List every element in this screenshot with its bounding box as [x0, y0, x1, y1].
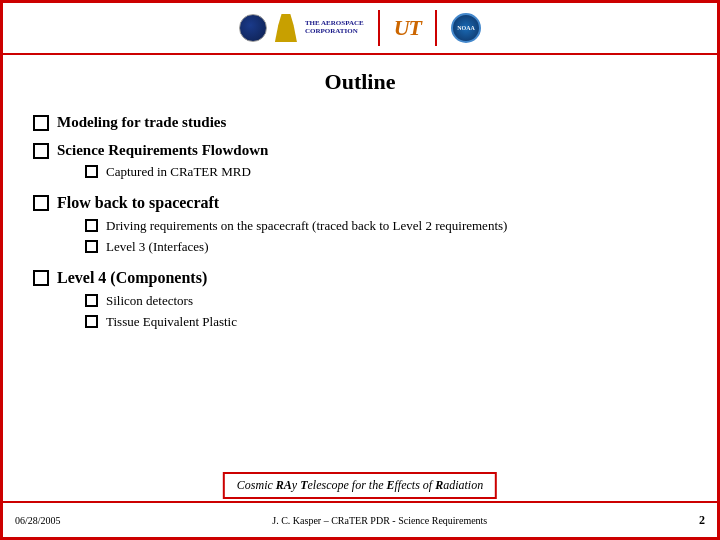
slide: THE AEROSPACE CORPORATION UT NOAA Outlin… — [0, 0, 720, 540]
sub-item-label: Silicon detectors — [106, 293, 193, 309]
slide-content: Outline Modeling for trade studies Scien… — [3, 55, 717, 353]
aerospace-text: THE AEROSPACE CORPORATION — [305, 20, 364, 35]
list-item: Science Requirements Flowdown Captured i… — [33, 141, 687, 186]
slide-header: THE AEROSPACE CORPORATION UT NOAA — [3, 3, 717, 55]
aerospace-figure-icon — [275, 14, 297, 42]
bullet-icon — [33, 115, 49, 131]
bullet-icon — [33, 143, 49, 159]
item-label: Level 4 (Components) — [57, 269, 207, 286]
slide-footer: 06/28/2005 J. C. Kasper – CRaTER PDR - S… — [3, 501, 717, 537]
logo-area: THE AEROSPACE CORPORATION UT NOAA — [239, 10, 481, 46]
outline-list: Modeling for trade studies Science Requi… — [33, 113, 687, 335]
item-label: Modeling for trade studies — [57, 113, 226, 133]
list-item: Level 4 (Components) Silicon detectors T… — [33, 268, 687, 335]
list-item: Captured in CRaTER MRD — [85, 164, 268, 180]
sub-item-label: Driving requirements on the spacecraft (… — [106, 218, 507, 234]
item-label: Science Requirements Flowdown — [57, 142, 268, 158]
footer-date: 06/28/2005 — [15, 515, 61, 526]
sub-bullet-icon — [85, 165, 98, 178]
list-item: Level 3 (Interfaces) — [85, 239, 507, 255]
slide-title: Outline — [33, 69, 687, 95]
sub-bullet-icon — [85, 219, 98, 232]
bullet-icon — [33, 195, 49, 211]
footer-page: 2 — [699, 513, 705, 528]
noaa-logo: NOAA — [451, 13, 481, 43]
sub-item-label: Captured in CRaTER MRD — [106, 164, 251, 180]
list-item: Flow back to spacecraft Driving requirem… — [33, 193, 687, 260]
list-item: Driving requirements on the spacecraft (… — [85, 218, 507, 234]
crater-banner-text: Cosmic RAy Telescope for the Effects of … — [237, 478, 483, 492]
list-item: Silicon detectors — [85, 293, 237, 309]
item-label: Flow back to spacecraft — [57, 194, 219, 211]
logo-divider-2 — [435, 10, 437, 46]
list-item: Modeling for trade studies — [33, 113, 687, 133]
sub-item-label: Tissue Equivalent Plastic — [106, 314, 237, 330]
aerospace-globe-icon — [239, 14, 267, 42]
footer-title: J. C. Kasper – CRaTER PDR - Science Requ… — [272, 515, 487, 526]
list-item: Tissue Equivalent Plastic — [85, 314, 237, 330]
sub-list: Captured in CRaTER MRD — [85, 164, 268, 180]
sub-bullet-icon — [85, 294, 98, 307]
sub-list: Driving requirements on the spacecraft (… — [85, 218, 507, 255]
sub-item-label: Level 3 (Interfaces) — [106, 239, 209, 255]
logo-divider — [378, 10, 380, 46]
sub-list: Silicon detectors Tissue Equivalent Plas… — [85, 293, 237, 330]
ut-logo: UT — [394, 15, 421, 41]
sub-bullet-icon — [85, 240, 98, 253]
crater-banner: Cosmic RAy Telescope for the Effects of … — [223, 472, 497, 499]
bullet-icon — [33, 270, 49, 286]
sub-bullet-icon — [85, 315, 98, 328]
